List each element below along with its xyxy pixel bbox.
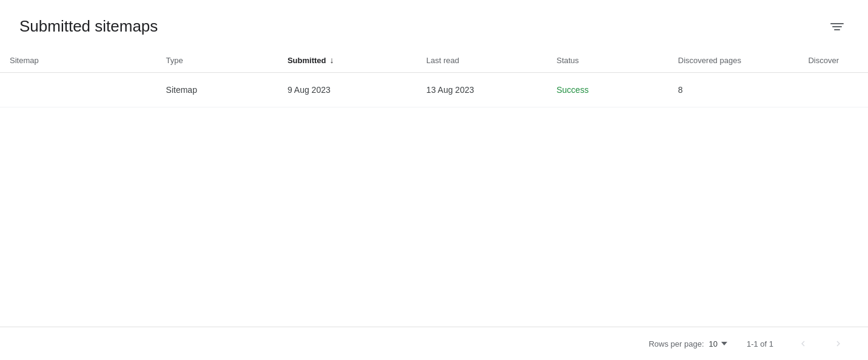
table-header-row: Sitemap Type Submitted ↓ Last read (0, 48, 868, 73)
col-header-discover: Discover (798, 48, 868, 73)
header: Submitted sitemaps (0, 0, 868, 48)
rows-dropdown-arrow-icon (721, 342, 727, 345)
cell-discover (798, 73, 868, 107)
col-header-submitted[interactable]: Submitted ↓ (278, 48, 417, 73)
chevron-right-icon (833, 338, 844, 349)
page-container: Submitted sitemaps Sitemap Type (0, 0, 868, 360)
rows-per-page-control: Rows per page: 10 (648, 339, 727, 348)
filter-button[interactable] (826, 18, 849, 35)
col-header-type: Type (156, 48, 278, 73)
cell-discovered-pages: 8 (668, 73, 799, 107)
cell-submitted: 9 Aug 2023 (278, 73, 417, 107)
next-page-button[interactable] (828, 335, 849, 353)
cell-last-read: 13 Aug 2023 (417, 73, 547, 107)
table-row[interactable]: Sitemap 9 Aug 2023 13 Aug 2023 Success 8 (0, 73, 868, 107)
cell-type: Sitemap (156, 73, 278, 107)
footer: Rows per page: 10 1-1 of 1 (0, 327, 868, 360)
rows-per-page-value: 10 (709, 339, 718, 348)
rows-per-page-select[interactable]: 10 (709, 339, 727, 348)
cell-sitemap (0, 73, 156, 107)
col-header-last-read: Last read (417, 48, 547, 73)
status-badge: Success (557, 85, 589, 95)
previous-page-button[interactable] (793, 335, 813, 353)
sort-arrow-icon: ↓ (329, 55, 334, 65)
col-header-sitemap: Sitemap (0, 48, 156, 73)
col-header-discovered-pages: Discovered pages (668, 48, 799, 73)
page-title: Submitted sitemaps (19, 17, 158, 36)
sitemaps-table: Sitemap Type Submitted ↓ Last read (0, 48, 868, 107)
col-header-status: Status (547, 48, 668, 73)
table-wrapper: Sitemap Type Submitted ↓ Last read (0, 48, 868, 327)
rows-per-page-label: Rows per page: (648, 339, 704, 348)
pagination-info: 1-1 of 1 (742, 339, 778, 348)
cell-status: Success (547, 73, 668, 107)
chevron-left-icon (798, 338, 809, 349)
filter-icon (830, 23, 844, 30)
